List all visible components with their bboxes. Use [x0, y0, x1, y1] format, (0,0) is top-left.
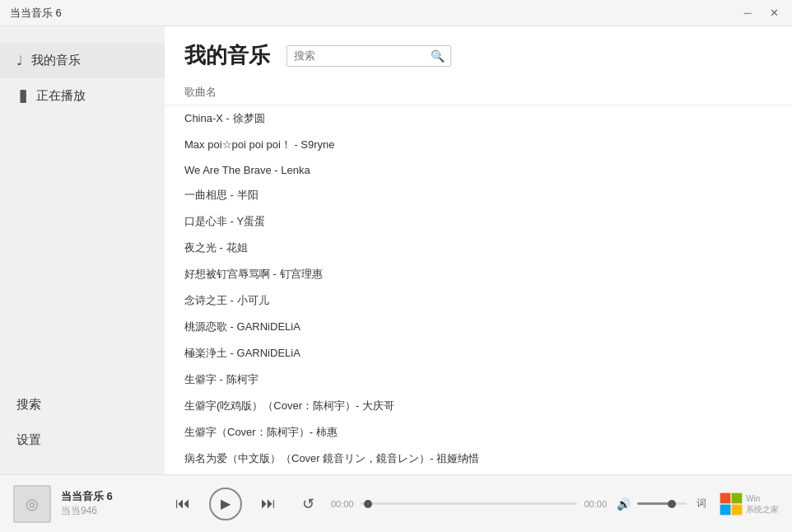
sidebar-item-settings[interactable]: 设置	[0, 422, 165, 458]
next-button[interactable]: ⏭	[255, 491, 282, 517]
playing-icon: ▐▌	[16, 90, 28, 102]
sidebar-bottom: 搜索 设置	[0, 371, 165, 458]
player-controls: ⏮ ▶ ⏭ ↺	[170, 488, 321, 520]
lyric-button[interactable]: 词	[693, 495, 710, 512]
windows-watermark: Win 系统之家	[720, 492, 779, 516]
player-app-name: 当当音乐 6	[61, 489, 160, 504]
list-item[interactable]: 桃源恋歌 - GARNiDELiA	[165, 314, 792, 340]
time-end: 00:00	[584, 499, 607, 509]
app-title: 当当音乐 6	[10, 6, 62, 21]
album-art-icon: ◎	[26, 495, 39, 513]
sidebar: ♩ 我的音乐 ▐▌ 正在播放 搜索 设置	[0, 26, 165, 474]
sidebar-item-my-music[interactable]: ♩ 我的音乐	[0, 43, 165, 78]
player-bar: ◎ 当当音乐 6 当当946 ⏮ ▶ ⏭ ↺ 00:00 00:00 🔊 词	[0, 474, 792, 532]
list-item[interactable]: 生僻字 - 陈柯宇	[165, 366, 792, 393]
time-start: 00:00	[331, 499, 354, 509]
windows-logo-icon	[720, 492, 743, 516]
list-item[interactable]: 病名为爱（中文版）（Cover 鏡音リン，鏡音レン）- 祖娅纳惜	[165, 446, 792, 472]
list-item[interactable]: 夜之光 - 花姐	[165, 235, 792, 261]
list-item[interactable]: 極楽浄土 - GARNiDELiA	[165, 340, 792, 366]
main-container: ♩ 我的音乐 ▐▌ 正在播放 搜索 设置 我的音乐 🔍 歌曲名	[0, 26, 792, 474]
progress-area: 00:00 00:00	[331, 499, 607, 509]
sidebar-item-label-my-music: 我的音乐	[31, 53, 81, 68]
song-list[interactable]: China-X - 徐梦圆Max poi☆poi poi poi！ - S9ry…	[165, 105, 792, 474]
repeat-button[interactable]: ↺	[295, 491, 321, 517]
svg-rect-0	[720, 492, 731, 503]
progress-dot[interactable]	[364, 500, 372, 508]
list-item[interactable]: Max poi☆poi poi poi！ - S9ryne	[165, 132, 792, 158]
search-input[interactable]	[294, 49, 426, 62]
list-item[interactable]: 念诗之王 - 小可儿	[165, 287, 792, 314]
close-button[interactable]: ✕	[762, 4, 785, 22]
list-item[interactable]: China-X - 徐梦圆	[165, 105, 792, 132]
windows-line1: Win	[746, 493, 779, 504]
svg-rect-3	[732, 504, 743, 515]
list-item[interactable]: 好想被钉宫辱骂啊 - 钉宫理惠	[165, 261, 792, 287]
column-header-label: 歌曲名	[184, 86, 217, 98]
column-header: 歌曲名	[165, 80, 792, 105]
play-button[interactable]: ▶	[209, 488, 242, 520]
sidebar-item-label-settings: 设置	[16, 432, 41, 448]
player-right: 🔊 词	[617, 495, 710, 512]
volume-fill	[637, 502, 672, 505]
player-info: 当当音乐 6 当当946	[61, 489, 160, 518]
list-item[interactable]: We Are The Brave - Lenka	[165, 158, 792, 182]
list-item[interactable]: 一曲相思 - 半阳	[165, 182, 792, 208]
sidebar-item-now-playing[interactable]: ▐▌ 正在播放	[0, 78, 165, 114]
svg-rect-1	[732, 492, 743, 503]
page-title: 我的音乐	[184, 41, 270, 70]
window-controls: ─ ✕	[736, 4, 785, 22]
volume-dot[interactable]	[668, 500, 676, 508]
title-bar: 当当音乐 6 ─ ✕	[0, 0, 792, 26]
sidebar-item-label-now-playing: 正在播放	[36, 88, 86, 104]
volume-icon: 🔊	[617, 497, 631, 511]
album-art: ◎	[13, 485, 51, 523]
windows-line2: 系统之家	[746, 504, 779, 515]
minimize-button[interactable]: ─	[736, 4, 759, 22]
music-icon: ♩	[16, 53, 23, 68]
svg-rect-2	[720, 504, 731, 515]
player-subtitle: 当当946	[61, 504, 160, 518]
windows-text: Win 系统之家	[746, 493, 779, 515]
content-header: 我的音乐 🔍	[165, 26, 792, 80]
list-item[interactable]: 口是心非 - Y蛋蛋	[165, 208, 792, 235]
volume-track[interactable]	[637, 502, 687, 505]
sidebar-item-search[interactable]: 搜索	[0, 387, 165, 422]
list-item[interactable]: 紅葉愛唱 - GARNiDELiA	[165, 472, 792, 474]
prev-button[interactable]: ⏮	[170, 491, 196, 517]
search-icon: 🔍	[431, 49, 445, 63]
list-item[interactable]: 生僻字（Cover：陈柯宇）- 柿惠	[165, 419, 792, 446]
search-box[interactable]: 🔍	[287, 45, 451, 67]
content-area: 我的音乐 🔍 歌曲名 China-X - 徐梦圆Max poi☆poi poi …	[165, 26, 792, 474]
progress-track[interactable]	[361, 502, 578, 505]
sidebar-item-label-search: 搜索	[16, 397, 41, 413]
list-item[interactable]: 生僻字(吃鸡版）（Cover：陈柯宇）- 大庆哥	[165, 393, 792, 419]
